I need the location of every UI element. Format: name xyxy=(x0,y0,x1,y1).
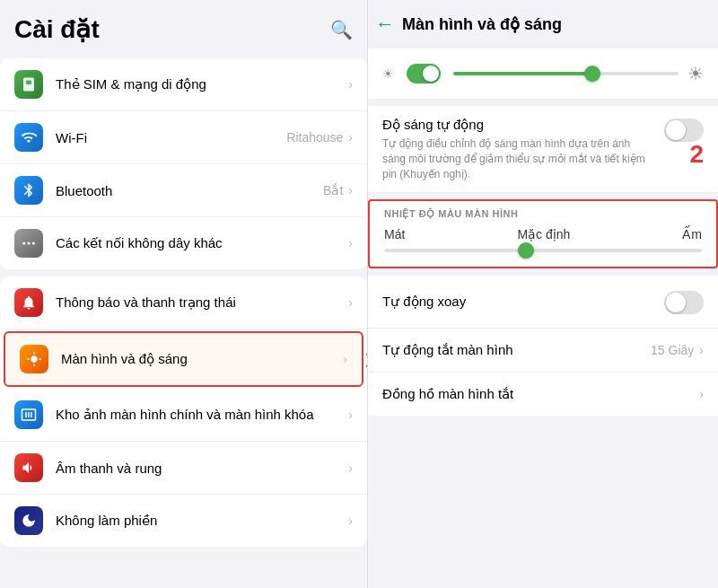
bluetooth-text: Bluetooth xyxy=(56,183,323,198)
back-button[interactable]: ← xyxy=(375,13,395,36)
auto-brightness-item: Độ sáng tự động Tự động điều chỉnh độ sá… xyxy=(368,106,718,192)
search-icon[interactable]: 🔍 xyxy=(330,19,353,40)
color-temp-labels: Mát Mặc định Ấm xyxy=(370,224,716,241)
other-connections-chevron: › xyxy=(348,236,353,250)
auto-rotate-label: Tự động xoay xyxy=(382,294,664,310)
always-on-label: Đồng hồ màn hình tắt xyxy=(382,386,699,402)
settings-list: Thẻ SIM & mạng di động › Wi-Fi Ritahouse… xyxy=(0,51,367,588)
color-temp-header: NHIỆT ĐỘ MÀU MÀN HÌNH xyxy=(370,201,716,224)
settings-section-2: Thông báo và thanh trạng thái › Màn hình… xyxy=(0,276,367,547)
display-icon xyxy=(20,345,48,373)
sim-chevron: › xyxy=(348,77,353,92)
right-content: ☀ ☀ Độ sáng tự động Tự động điều chỉnh đ… xyxy=(368,45,718,588)
screen-lock-label: Kho ảnh màn hình chính và màn hình khóa xyxy=(56,407,348,423)
color-temp-section: NHIỆT ĐỘ MÀU MÀN HÌNH Mát Mặc định Ấm xyxy=(368,199,718,268)
sound-icon xyxy=(14,453,43,482)
svg-rect-1 xyxy=(26,81,31,85)
brightness-row: ☀ ☀ xyxy=(382,63,704,84)
sound-label: Âm thanh và rung xyxy=(56,461,348,476)
sidebar-item-dnd[interactable]: Không làm phiền › xyxy=(0,495,367,547)
wifi-label: Wi-Fi xyxy=(56,130,286,145)
auto-off-label: Tự động tắt màn hình xyxy=(382,342,651,358)
sidebar-item-sim[interactable]: Thẻ SIM & mạng di động › xyxy=(0,58,367,111)
color-temp-warm: Ấm xyxy=(682,227,702,241)
bluetooth-label: Bluetooth xyxy=(56,183,323,198)
sound-text: Âm thanh và rung xyxy=(56,461,348,476)
auto-brightness-title: Độ sáng tự động xyxy=(382,117,655,133)
sidebar-item-bluetooth[interactable]: Bluetooth Bắt › xyxy=(0,164,367,217)
dnd-icon xyxy=(14,506,43,535)
auto-brightness-desc: Tự động điều chỉnh độ sáng màn hình dựa … xyxy=(382,136,655,181)
display-right-panel: ← Màn hình và độ sáng ☀ ☀ Độ sáng tự đ xyxy=(368,0,718,588)
display-chevron: › xyxy=(343,352,347,366)
other-connections-text: Các kết nối không dây khác xyxy=(56,235,348,251)
bluetooth-icon xyxy=(14,176,43,205)
sidebar-item-notification[interactable]: Thông báo và thanh trạng thái › xyxy=(0,276,367,329)
left-title: Cài đặt xyxy=(14,14,100,44)
auto-brightness-text: Độ sáng tự động Tự động điều chỉnh độ sá… xyxy=(382,117,655,181)
notification-text: Thông báo và thanh trạng thái xyxy=(56,294,348,311)
color-temp-slider[interactable] xyxy=(384,249,702,252)
auto-off-item[interactable]: Tự động tắt màn hình 15 Giây › xyxy=(368,329,718,373)
always-on-item[interactable]: Đồng hồ màn hình tắt › xyxy=(368,373,718,416)
right-title: Màn hình và độ sáng xyxy=(402,14,562,34)
sim-text: Thẻ SIM & mạng di động xyxy=(56,76,348,92)
badge-2: 2 xyxy=(689,142,704,167)
settings-section-1: Thẻ SIM & mạng di động › Wi-Fi Ritahouse… xyxy=(0,58,367,269)
auto-brightness-section: Độ sáng tự động Tự động điều chỉnh độ sá… xyxy=(368,106,718,192)
display-text: Màn hình và độ sáng xyxy=(61,351,343,367)
bluetooth-value: Bắt xyxy=(323,183,343,197)
svg-point-4 xyxy=(32,242,35,245)
svg-point-2 xyxy=(22,242,25,245)
brightness-section: ☀ ☀ xyxy=(368,48,718,99)
sim-label: Thẻ SIM & mạng di động xyxy=(56,76,348,92)
notification-label: Thông báo và thanh trạng thái xyxy=(56,294,348,311)
sim-icon xyxy=(14,70,43,99)
sidebar-item-sound[interactable]: Âm thanh và rung › xyxy=(0,442,367,495)
notification-icon xyxy=(14,288,43,317)
screen-lock-chevron: › xyxy=(348,408,353,422)
left-header: Cài đặt 🔍 xyxy=(0,0,367,51)
auto-off-value: 15 Giây xyxy=(651,343,694,357)
brightness-toggle[interactable] xyxy=(407,64,441,83)
always-on-chevron: › xyxy=(699,387,704,401)
auto-brightness-toggle[interactable] xyxy=(664,118,704,142)
wifi-icon xyxy=(14,123,43,152)
brightness-low-icon: ☀ xyxy=(382,66,394,81)
screen-lock-text: Kho ảnh màn hình chính và màn hình khóa xyxy=(56,407,348,423)
svg-point-3 xyxy=(28,242,31,245)
settings-left-panel: Cài đặt 🔍 Thẻ SIM & mạng di động › Wi-Fi xyxy=(0,0,368,588)
color-temp-slider-row xyxy=(370,241,716,267)
bluetooth-chevron: › xyxy=(348,183,353,197)
brightness-high-icon: ☀ xyxy=(687,63,704,84)
sidebar-item-display[interactable]: Màn hình và độ sáng › 1 xyxy=(4,331,363,387)
badge-1: 1 xyxy=(365,346,367,373)
screen-lock-icon xyxy=(14,400,43,429)
right-header: ← Màn hình và độ sáng xyxy=(368,0,718,45)
wifi-chevron: › xyxy=(348,130,353,145)
other-settings-section: Tự động xoay Tự động tắt màn hình 15 Giâ… xyxy=(368,276,718,416)
wifi-text: Wi-Fi xyxy=(56,130,286,145)
other-connections-label: Các kết nối không dây khác xyxy=(56,235,348,251)
dnd-text: Không làm phiền xyxy=(56,513,348,529)
auto-rotate-toggle[interactable] xyxy=(664,291,704,314)
dnd-chevron: › xyxy=(348,513,353,528)
wifi-value: Ritahouse xyxy=(286,130,343,145)
display-label: Màn hình và độ sáng xyxy=(61,351,343,367)
sidebar-item-wifi[interactable]: Wi-Fi Ritahouse › xyxy=(0,111,367,164)
sidebar-item-other-connections[interactable]: Các kết nối không dây khác › xyxy=(0,217,367,269)
auto-off-chevron: › xyxy=(699,343,704,357)
more-connections-icon xyxy=(14,229,43,258)
brightness-slider[interactable] xyxy=(453,72,679,75)
color-temp-cool: Mát xyxy=(384,227,405,241)
auto-rotate-item[interactable]: Tự động xoay xyxy=(368,276,718,329)
color-temp-default: Mặc định xyxy=(517,227,570,241)
notification-chevron: › xyxy=(348,295,353,310)
dnd-label: Không làm phiền xyxy=(56,513,348,529)
sound-chevron: › xyxy=(348,461,353,475)
sidebar-item-screen-lock[interactable]: Kho ảnh màn hình chính và màn hình khóa … xyxy=(0,389,367,442)
